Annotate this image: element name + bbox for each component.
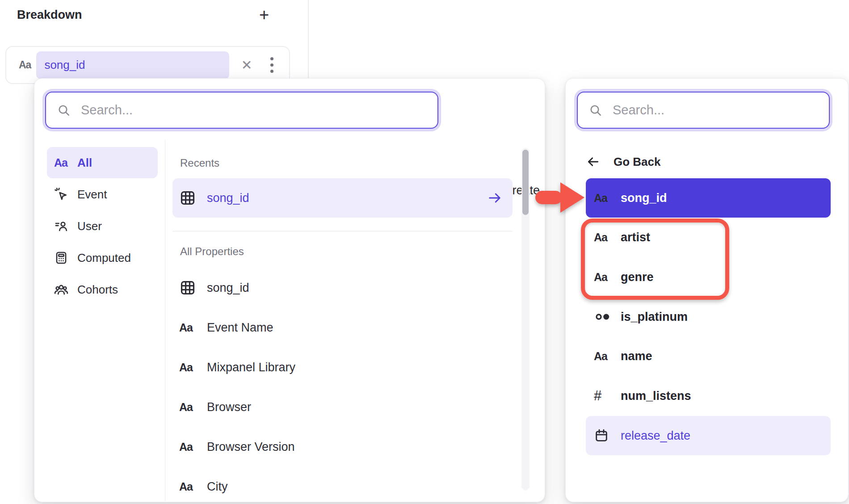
category-cohorts[interactable]: Cohorts bbox=[47, 274, 158, 305]
property-row-mixpanel-library[interactable]: Aa Mixpanel Library bbox=[172, 348, 513, 387]
value-row-name[interactable]: Aa name bbox=[586, 336, 831, 376]
add-breakdown-button[interactable]: + bbox=[254, 4, 274, 25]
property-row-event-name[interactable]: Aa Event Name bbox=[172, 308, 513, 347]
event-icon bbox=[54, 187, 77, 202]
value-row-release_date[interactable]: release_date bbox=[586, 416, 831, 455]
value-row-is_platinum[interactable]: is_platinum bbox=[586, 297, 831, 336]
left-search-box[interactable] bbox=[45, 92, 438, 129]
text-type-icon: Aa bbox=[179, 480, 207, 493]
chip-menu-icon[interactable] bbox=[270, 57, 273, 73]
table-grid-icon bbox=[179, 279, 207, 296]
text-type-icon: Aa bbox=[179, 401, 207, 414]
right-search-box[interactable] bbox=[577, 92, 830, 129]
value-row-song_id-selected[interactable]: Aa song_id bbox=[586, 178, 831, 218]
search-icon bbox=[57, 103, 71, 118]
text-type-icon: Aa bbox=[19, 59, 31, 71]
breakdown-title: Breakdown bbox=[17, 8, 82, 22]
recent-property-song_id[interactable]: song_id bbox=[172, 178, 513, 218]
recents-heading: Recents bbox=[180, 157, 219, 169]
table-grid-icon bbox=[179, 189, 207, 206]
text-type-icon: Aa bbox=[54, 156, 77, 169]
category-event[interactable]: Event bbox=[47, 179, 158, 210]
go-back-button[interactable]: Go Back bbox=[586, 148, 720, 176]
boolean-type-icon bbox=[594, 308, 621, 326]
user-icon bbox=[54, 219, 77, 233]
search-icon bbox=[588, 103, 603, 118]
property-picker-panel: + Create Aa All Event bbox=[34, 78, 545, 502]
section-divider bbox=[172, 231, 513, 231]
category-user[interactable]: User bbox=[47, 210, 158, 242]
cohorts-icon bbox=[54, 282, 77, 297]
all-properties-heading: All Properties bbox=[180, 245, 244, 258]
property-row-song_id[interactable]: song_id bbox=[172, 268, 513, 307]
arrow-left-icon bbox=[586, 155, 614, 169]
date-type-icon bbox=[594, 428, 621, 443]
property-row-city[interactable]: Aa City bbox=[172, 467, 513, 504]
text-type-icon: Aa bbox=[179, 441, 207, 454]
category-computed[interactable]: Computed bbox=[47, 242, 158, 273]
breakdown-panel-border bbox=[308, 0, 309, 80]
calculator-icon bbox=[54, 251, 77, 265]
annotation-highlight-box bbox=[581, 218, 729, 300]
property-row-browser[interactable]: Aa Browser bbox=[172, 387, 513, 427]
screenshot-root: Breakdown + Aa song_id ✕ + Create Aa All bbox=[0, 0, 849, 504]
text-type-icon: Aa bbox=[594, 350, 621, 363]
category-all[interactable]: Aa All bbox=[47, 147, 158, 178]
panel-divider bbox=[165, 140, 165, 501]
text-type-icon: Aa bbox=[179, 321, 207, 334]
property-row-browser-version[interactable]: Aa Browser Version bbox=[172, 427, 513, 466]
scrollbar-thumb[interactable] bbox=[522, 150, 529, 215]
arrow-right-icon bbox=[487, 190, 503, 206]
annotation-arrow-icon bbox=[534, 181, 585, 214]
text-type-icon: Aa bbox=[594, 192, 621, 205]
right-search-input[interactable] bbox=[612, 102, 820, 118]
number-type-icon: # bbox=[594, 388, 621, 404]
breakdown-chip-value: song_id bbox=[44, 58, 85, 72]
breakdown-chip-value-field[interactable]: song_id bbox=[36, 51, 229, 79]
text-type-icon: Aa bbox=[179, 361, 207, 374]
remove-breakdown-icon[interactable]: ✕ bbox=[241, 57, 252, 73]
left-search-input[interactable] bbox=[80, 102, 429, 118]
value-row-num_listens[interactable]: # num_listens bbox=[586, 376, 831, 416]
